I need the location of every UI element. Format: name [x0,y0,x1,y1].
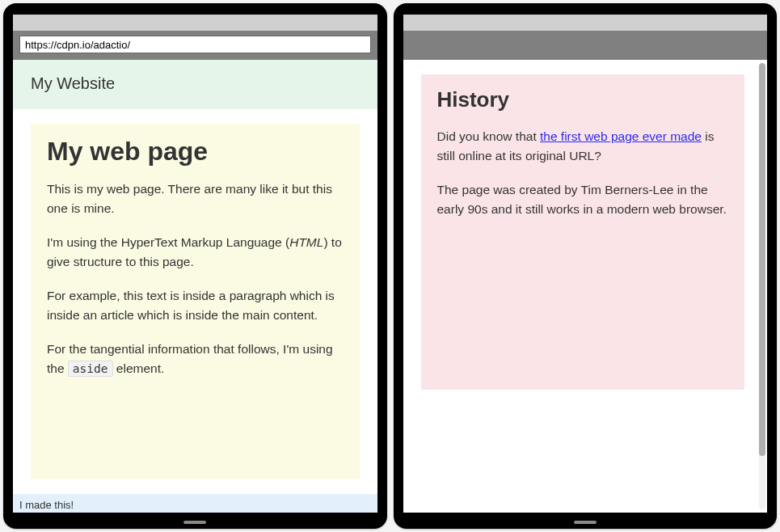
scrollbar[interactable] [759,63,765,509]
site-header: My Website [13,60,377,109]
aside-heading: History [437,87,729,112]
device-right: History Did you know that the first web … [394,3,778,529]
viewport-right: History Did you know that the first web … [403,60,768,513]
article-heading: My web page [47,137,344,167]
article-paragraph-4: For the tangential information that foll… [47,340,344,378]
text-run: Did you know that [437,129,541,143]
article: My web page This is my web page. There a… [31,124,360,479]
url-input[interactable] [19,36,371,53]
scrollbar-thumb[interactable] [759,63,765,456]
site-title: My Website [31,74,115,92]
main-content: My web page This is my web page. There a… [13,109,377,494]
aside-paragraph-2: The page was created by Tim Berners-Lee … [437,180,729,219]
article-paragraph-1: This is my web page. There are many like… [47,179,344,218]
article-paragraph-2: I'm using the HyperText Markup Language … [47,233,344,272]
aside: History Did you know that the first web … [421,74,745,390]
browser-chrome-top [13,15,377,31]
site-footer: I made this! [13,494,377,513]
text-run: element. [113,361,165,375]
viewport-left: My Website My web page This is my web pa… [13,60,377,513]
code-aside: aside [68,361,113,377]
browser-url-bar [403,31,768,60]
aside-paragraph-1: Did you know that the first web page eve… [437,127,729,166]
html-abbrev: HTML [289,235,323,249]
footer-text: I made this! [19,499,74,511]
first-web-page-link[interactable]: the first web page ever made [540,129,702,143]
home-indicator-icon [574,521,597,524]
browser-url-bar [13,31,377,60]
device-left: My Website My web page This is my web pa… [3,3,387,529]
browser-chrome-top [403,15,768,31]
text-run: I'm using the HyperText Markup Language … [47,235,289,249]
main-content: History Did you know that the first web … [403,60,768,513]
article-paragraph-3: For example, this text is inside a parag… [47,286,344,325]
home-indicator-icon [183,521,206,524]
